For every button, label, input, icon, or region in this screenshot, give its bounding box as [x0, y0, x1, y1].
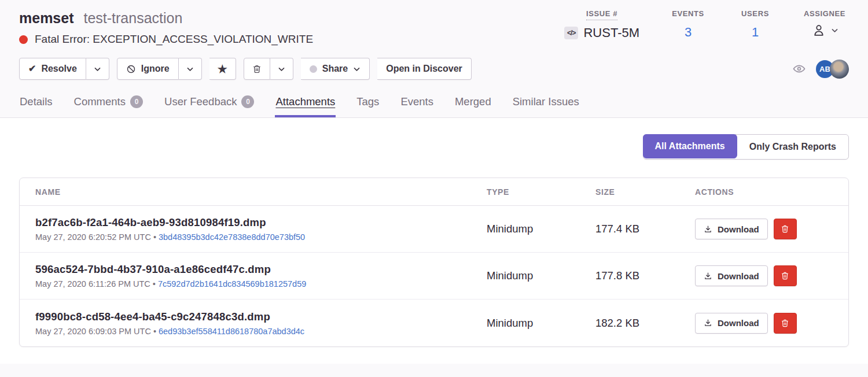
download-button[interactable]: Download	[695, 313, 768, 334]
event-id-link[interactable]: 3bd48395b3dc42e7838e8dd70e73bf50	[159, 232, 305, 242]
person-icon	[811, 23, 826, 38]
attachment-size: 177.8 KB	[595, 269, 695, 282]
code-icon: </>	[564, 27, 578, 39]
attachment-type: Minidump	[487, 317, 595, 330]
download-button[interactable]: Download	[695, 219, 768, 239]
comments-count-badge: 0	[130, 95, 143, 108]
chevron-down-icon	[94, 65, 101, 73]
issue-subtitle: test-transaction	[83, 10, 182, 26]
viewer-avatars: AB	[816, 60, 849, 79]
tab-similar-issues[interactable]: Similar Issues	[512, 93, 580, 117]
tab-details[interactable]: Details	[19, 93, 53, 117]
download-label: Download	[718, 318, 759, 328]
resolve-label: Resolve	[41, 64, 76, 74]
issue-number-value: </> RUST-5M	[564, 25, 639, 40]
filter-all-attachments-button[interactable]: All Attachments	[643, 134, 737, 158]
tab-attachments[interactable]: Attachments	[275, 93, 336, 117]
attachments-table: NAME TYPE SIZE ACTIONS b2f7ac6b-f2a1-464…	[19, 178, 849, 347]
action-toolbar: ✔ Resolve Ignore ★	[0, 46, 868, 80]
tab-events[interactable]: Events	[400, 93, 434, 117]
stat-users: USERS 1	[737, 9, 774, 46]
bookmark-star-button[interactable]: ★	[209, 58, 236, 80]
download-icon	[704, 225, 712, 234]
attachment-filename: b2f7ac6b-f2a1-464b-aeb9-93d810984f19.dmp	[35, 216, 487, 229]
delete-attachment-button[interactable]	[774, 265, 797, 286]
delete-button-group	[244, 58, 293, 80]
delete-attachment-button[interactable]	[774, 219, 797, 239]
chevron-down-icon	[186, 65, 194, 73]
assignee-label: ASSIGNEE	[804, 9, 845, 20]
attachment-type: Minidump	[487, 223, 595, 235]
attachment-timestamp: May 27, 2020 6:11:26 PM UTC	[35, 279, 150, 289]
download-icon	[704, 319, 712, 327]
trash-icon	[781, 319, 789, 328]
attachment-size: 177.4 KB	[595, 223, 695, 235]
assignee-selector[interactable]	[811, 23, 838, 38]
attachment-name-cell: f9990bc8-cd58-4ee4-ba45-c9c247848c3d.dmp…	[35, 311, 487, 336]
tab-merged[interactable]: Merged	[454, 93, 492, 117]
trash-icon	[781, 224, 789, 234]
tab-tags[interactable]: Tags	[356, 93, 380, 117]
column-header-actions: ACTIONS	[695, 187, 848, 197]
delete-button[interactable]	[244, 58, 270, 80]
download-label: Download	[718, 271, 759, 281]
ignore-button[interactable]: Ignore	[117, 58, 179, 80]
eye-icon	[792, 62, 806, 76]
event-id-link[interactable]: 7c592d7d2b1641dc834569b181257d59	[158, 279, 306, 289]
ignore-label: Ignore	[141, 64, 170, 74]
chevron-down-icon	[278, 65, 285, 73]
download-label: Download	[718, 224, 759, 234]
issue-stats: ISSUE # </> RUST-5M EVENTS 3 USERS 1 ASS…	[564, 9, 849, 46]
share-status-dot	[310, 65, 317, 73]
stat-events: EVENTS 3	[670, 9, 707, 46]
bookmark-button-group: ★	[209, 58, 236, 80]
error-summary-text: Fatal Error: EXCEPTION_ACCESS_VIOLATION_…	[35, 33, 313, 46]
delete-attachment-button[interactable]	[774, 313, 797, 334]
resolve-button[interactable]: ✔ Resolve	[19, 58, 86, 80]
share-label: Share	[322, 64, 348, 74]
error-summary: Fatal Error: EXCEPTION_ACCESS_VIOLATION_…	[19, 33, 313, 46]
download-icon	[704, 272, 712, 280]
attachment-meta: May 27, 2020 6:11:26 PM UTC•7c592d7d2b16…	[35, 279, 487, 289]
tab-comments[interactable]: Comments 0	[73, 93, 144, 117]
issue-tabs: Details Comments 0 User Feedback 0 Attac…	[0, 80, 868, 118]
users-count[interactable]: 1	[752, 25, 759, 40]
ignore-dropdown-button[interactable]	[179, 58, 202, 80]
attachments-filter-row: All Attachments Only Crash Reports	[19, 134, 849, 160]
attachment-actions: Download	[695, 265, 848, 286]
attachment-size: 182.2 KB	[595, 317, 695, 330]
attachment-type: Minidump	[487, 269, 595, 282]
stat-assignee: ASSIGNEE	[804, 9, 845, 46]
chevron-down-icon	[831, 27, 838, 34]
trash-icon	[252, 64, 262, 74]
trash-icon	[781, 271, 789, 280]
page-title: memset test-transaction	[19, 9, 313, 27]
attachment-name-cell: 596ac524-7bbd-4b37-910a-a1e86cedf47c.dmp…	[35, 263, 487, 289]
users-label: USERS	[741, 9, 769, 20]
error-level-dot	[19, 35, 28, 44]
delete-dropdown-button[interactable]	[270, 58, 293, 80]
attachments-panel: All Attachments Only Crash Reports NAME …	[0, 118, 868, 364]
table-header-row: NAME TYPE SIZE ACTIONS	[20, 178, 848, 206]
issue-short-id: RUST-5M	[583, 25, 639, 40]
resolve-dropdown-button[interactable]	[86, 58, 109, 80]
user-photo-avatar[interactable]	[830, 60, 849, 79]
star-icon: ★	[218, 64, 227, 75]
column-header-name: NAME	[35, 187, 487, 197]
event-id-link[interactable]: 6ed93b3ef558411d8618780a7abd3d4c	[159, 327, 304, 336]
download-button[interactable]: Download	[695, 265, 768, 286]
attachment-actions: Download	[695, 313, 848, 334]
events-count[interactable]: 3	[685, 25, 692, 40]
events-label: EVENTS	[672, 9, 704, 20]
open-in-discover-label: Open in Discover	[386, 64, 462, 74]
open-in-discover-button[interactable]: Open in Discover	[377, 58, 472, 80]
attachment-filename: 596ac524-7bbd-4b37-910a-a1e86cedf47c.dmp	[35, 263, 487, 276]
chevron-down-icon	[353, 65, 361, 73]
filter-only-crash-reports-button[interactable]: Only Crash Reports	[737, 135, 848, 159]
share-button[interactable]: Share	[301, 58, 370, 80]
issue-header: memset test-transaction Fatal Error: EXC…	[0, 0, 868, 46]
discover-button-group: Open in Discover	[377, 58, 472, 80]
tab-user-feedback[interactable]: User Feedback 0	[164, 93, 255, 117]
issue-header-left: memset test-transaction Fatal Error: EXC…	[19, 9, 313, 46]
resolve-button-group: ✔ Resolve	[19, 58, 109, 80]
